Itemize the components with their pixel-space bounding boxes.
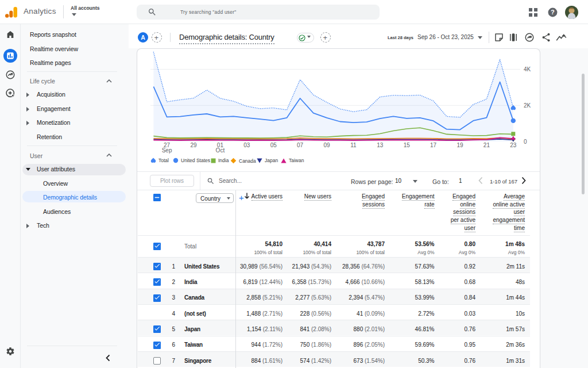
svg-text:2K: 2K [524,102,531,109]
svg-text:07: 07 [297,142,304,148]
svg-text:03: 03 [243,142,250,148]
svg-text:A: A [141,34,145,41]
svg-text:21: 21 [483,142,490,148]
svg-text:29: 29 [190,142,197,148]
svg-text:09: 09 [323,142,330,148]
svg-text:?: ? [551,9,555,16]
svg-text:17: 17 [430,142,437,148]
svg-text:0: 0 [524,139,527,145]
svg-text:11: 11 [350,142,357,148]
svg-text:4K: 4K [524,66,531,72]
svg-text:05: 05 [270,142,277,148]
svg-text:Oct: Oct [216,147,225,154]
svg-text:15: 15 [404,142,411,148]
svg-text:19: 19 [457,142,463,148]
svg-text:23: 23 [510,142,517,148]
svg-text:13: 13 [377,142,384,148]
svg-text:Sep: Sep [162,147,172,154]
